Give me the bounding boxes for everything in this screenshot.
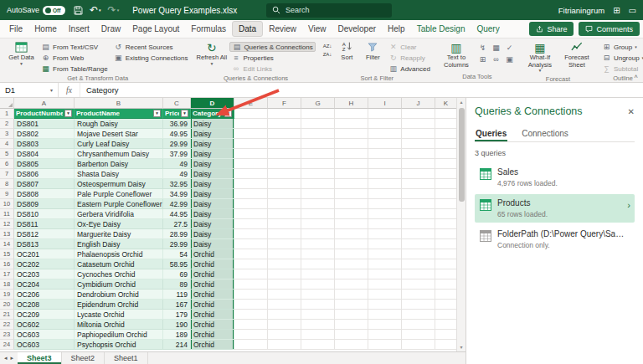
empty-cell[interactable]: [402, 149, 435, 159]
empty-cell[interactable]: [234, 219, 268, 229]
empty-cell[interactable]: [368, 249, 402, 259]
table-cell[interactable]: 49.95: [163, 129, 191, 139]
table-cell[interactable]: DS806: [14, 169, 75, 179]
table-cell[interactable]: DS809: [14, 199, 75, 209]
empty-cell[interactable]: [301, 320, 335, 330]
empty-cell[interactable]: [435, 129, 456, 139]
empty-cell[interactable]: [368, 279, 402, 290]
table-cell[interactable]: 69: [163, 269, 191, 279]
search-box[interactable]: Search: [266, 3, 392, 18]
column-header-h[interactable]: H: [335, 98, 368, 109]
table-cell[interactable]: OC603: [14, 330, 75, 340]
tab-draw[interactable]: Draw: [95, 21, 126, 37]
table-cell[interactable]: DS812: [14, 229, 75, 239]
table-cell[interactable]: Orchid: [191, 330, 234, 340]
row-header-3[interactable]: 3: [0, 129, 14, 139]
sort-descending-button[interactable]: ZA↓: [322, 51, 333, 58]
table-cell[interactable]: Daisy: [191, 129, 234, 139]
sheet-tab-sheet3[interactable]: Sheet3: [18, 352, 62, 364]
empty-cell[interactable]: [402, 109, 435, 119]
empty-cell[interactable]: [335, 149, 368, 159]
empty-cell[interactable]: [234, 290, 268, 300]
empty-cell[interactable]: [234, 330, 268, 340]
row-header-15[interactable]: 15: [0, 249, 14, 259]
table-cell[interactable]: 29.99: [163, 239, 191, 249]
empty-cell[interactable]: [301, 129, 335, 139]
row-header-11[interactable]: 11: [0, 209, 14, 219]
row-header-19[interactable]: 19: [0, 290, 14, 300]
table-cell[interactable]: Mojave Desert Star: [75, 129, 163, 139]
table-cell[interactable]: DS804: [14, 149, 75, 159]
empty-cell[interactable]: [402, 330, 435, 340]
tab-view[interactable]: View: [302, 21, 332, 37]
sort-ascending-button[interactable]: AZ↓: [322, 43, 333, 49]
table-cell[interactable]: Orchid: [191, 290, 234, 300]
table-cell[interactable]: 189: [163, 330, 191, 340]
from-table-range-button[interactable]: ▦From Table/Range: [39, 64, 110, 74]
empty-cell[interactable]: [335, 320, 368, 330]
tab-file[interactable]: File: [3, 21, 28, 37]
vertical-scrollbar[interactable]: ▴ ▾: [456, 98, 466, 351]
sheet-tab-sheet1[interactable]: Sheet1: [105, 352, 148, 364]
empty-cell[interactable]: [301, 300, 335, 310]
manage-data-model-icon[interactable]: ▣: [503, 54, 516, 65]
table-cell[interactable]: Catasetum Orchid: [75, 259, 163, 269]
name-box[interactable]: D1 ▾: [0, 83, 59, 97]
table-cell[interactable]: DS805: [14, 159, 75, 169]
table-cell[interactable]: OC602: [14, 320, 75, 330]
empty-cell[interactable]: [268, 279, 301, 290]
empty-cell[interactable]: [268, 229, 301, 239]
row-header-12[interactable]: 12: [0, 219, 14, 229]
formula-input[interactable]: Category: [80, 85, 119, 95]
ungroup-button[interactable]: ⊟Ungroup▾: [600, 53, 643, 63]
empty-cell[interactable]: [402, 320, 435, 330]
table-cell[interactable]: Marguerite Daisy: [75, 229, 163, 239]
empty-cell[interactable]: [234, 229, 268, 239]
empty-cell[interactable]: [335, 269, 368, 279]
table-cell[interactable]: OC203: [14, 269, 75, 279]
table-cell[interactable]: Daisy: [191, 169, 234, 179]
empty-cell[interactable]: [435, 300, 456, 310]
empty-cell[interactable]: [435, 290, 456, 300]
empty-cell[interactable]: [335, 239, 368, 249]
empty-cell[interactable]: [435, 149, 456, 159]
empty-cell[interactable]: [368, 169, 402, 179]
table-cell[interactable]: Orchid: [191, 279, 234, 290]
empty-cell[interactable]: [268, 310, 301, 320]
empty-cell[interactable]: [268, 149, 301, 159]
empty-cell[interactable]: [335, 249, 368, 259]
relationships-icon[interactable]: ∞: [490, 54, 502, 65]
table-cell[interactable]: 49: [163, 169, 191, 179]
empty-cell[interactable]: [301, 169, 335, 179]
empty-cell[interactable]: [368, 229, 402, 239]
empty-cell[interactable]: [435, 219, 456, 229]
tab-insert[interactable]: Insert: [63, 21, 95, 37]
empty-cell[interactable]: [234, 119, 268, 129]
table-cell[interactable]: OC201: [14, 249, 75, 259]
table-cell[interactable]: Eastern Purple Coneflower: [75, 199, 163, 209]
table-cell[interactable]: Osteospermum Daisy: [75, 179, 163, 189]
tab-data[interactable]: Data: [232, 21, 263, 37]
table-cell[interactable]: 37.99: [163, 149, 191, 159]
empty-cell[interactable]: [268, 290, 301, 300]
table-cell[interactable]: Daisy: [191, 219, 234, 229]
table-cell[interactable]: Shasta Daisy: [75, 169, 163, 179]
row-header-5[interactable]: 5: [0, 149, 14, 159]
column-header-f[interactable]: F: [268, 98, 301, 109]
what-if-analysis-button[interactable]: ▦ What-If Analysis ▼: [522, 40, 558, 74]
row-header-24[interactable]: 24: [0, 340, 14, 350]
empty-cell[interactable]: [268, 139, 301, 149]
empty-cell[interactable]: [335, 179, 368, 189]
column-header-i[interactable]: I: [368, 98, 402, 109]
save-button[interactable]: [74, 6, 83, 15]
empty-cell[interactable]: [435, 340, 456, 350]
empty-cell[interactable]: [234, 269, 268, 279]
empty-cell[interactable]: [268, 119, 301, 129]
empty-cell[interactable]: [435, 109, 456, 119]
table-cell[interactable]: DS801: [14, 119, 75, 129]
empty-cell[interactable]: [301, 259, 335, 269]
query-item-folderpath[interactable]: FolderPath (D:\Power Query\Sample f...Co…: [475, 225, 635, 254]
empty-cell[interactable]: [301, 189, 335, 199]
empty-cell[interactable]: [268, 340, 301, 350]
properties-button[interactable]: ≡Properties: [229, 53, 315, 63]
